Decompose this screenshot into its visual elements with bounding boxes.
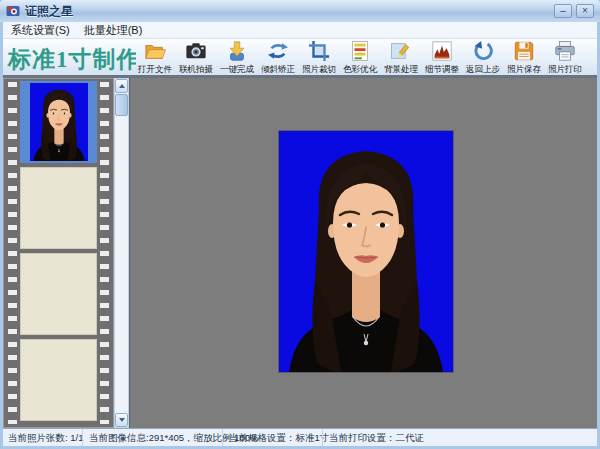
close-button[interactable]: × xyxy=(576,4,594,18)
color-optimize-icon xyxy=(349,40,371,62)
crop-button[interactable]: 照片裁切 xyxy=(300,40,338,76)
save-button[interactable]: 照片保存 xyxy=(505,40,543,76)
filmstrip-empty-frame[interactable] xyxy=(20,253,97,335)
film-sprockets-right xyxy=(100,82,109,424)
color-optimize-button[interactable]: 色彩优化 xyxy=(341,40,379,76)
detail-adjust-icon xyxy=(431,40,453,62)
menu-system-settings[interactable]: 系统设置(S) xyxy=(11,23,70,38)
scroll-down-icon xyxy=(119,418,125,422)
open-file-label: 打开文件 xyxy=(138,63,172,75)
detail-adjust-label: 细节调整 xyxy=(425,63,459,75)
window-title: 证照之星 xyxy=(25,3,73,20)
background-process-button[interactable]: 背景处理 xyxy=(382,40,420,76)
film-sprockets-left xyxy=(8,82,17,424)
filmstrip-empty-frame[interactable] xyxy=(20,167,97,249)
background-process-label: 背景处理 xyxy=(384,63,418,75)
crop-icon xyxy=(308,40,330,62)
scroll-up-button[interactable] xyxy=(115,79,128,93)
status-spec-setting: 当前规格设置：标准1寸 xyxy=(222,429,329,446)
open-file-button[interactable]: 打开文件 xyxy=(136,40,174,76)
undo-label: 返回上步 xyxy=(466,63,500,75)
photo-canvas xyxy=(129,78,597,428)
undo-button[interactable]: 返回上步 xyxy=(464,40,502,76)
toolbar: 标准1寸制作 打开文件 联机拍摄 一键完成 倾斜矫正 照片裁切 xyxy=(3,39,597,78)
filmstrip-panel xyxy=(3,78,114,428)
color-optimize-label: 色彩优化 xyxy=(343,63,377,75)
print-icon xyxy=(554,40,576,62)
status-bar: 当前照片张数: 1/1 当前图像信息:291*405，缩放比例 100% 当前规… xyxy=(3,428,597,446)
camera-capture-button[interactable]: 联机拍摄 xyxy=(177,40,215,76)
print-button[interactable]: 照片打印 xyxy=(546,40,584,76)
one-click-label: 一键完成 xyxy=(220,63,254,75)
main-photo-view[interactable] xyxy=(279,131,453,372)
detail-adjust-button[interactable]: 细节调整 xyxy=(423,40,461,76)
tilt-correct-icon xyxy=(267,40,289,62)
one-click-button[interactable]: 一键完成 xyxy=(218,40,256,76)
scroll-down-button[interactable] xyxy=(115,413,128,427)
menu-bar: 系统设置(S) 批量处理(B) xyxy=(3,22,597,39)
undo-icon xyxy=(472,40,494,62)
photo-thumbnail xyxy=(30,83,88,161)
status-print-setting: 当前打印设置：二代证 xyxy=(322,429,424,446)
camera-icon xyxy=(185,40,207,62)
open-file-icon xyxy=(144,40,166,62)
filmstrip-scrollbar[interactable] xyxy=(114,78,129,428)
save-label: 照片保存 xyxy=(507,63,541,75)
filmstrip-thumbnail-selected[interactable] xyxy=(20,81,97,163)
one-click-icon xyxy=(226,40,248,62)
status-photo-count: 当前照片张数: 1/1 xyxy=(8,429,84,446)
app-icon xyxy=(6,4,20,18)
scroll-up-icon xyxy=(119,84,125,88)
save-icon xyxy=(513,40,535,62)
title-bar: 证照之星 – × xyxy=(0,0,600,22)
scrollbar-thumb[interactable] xyxy=(115,94,128,116)
filmstrip-empty-frame[interactable] xyxy=(20,339,97,421)
crop-label: 照片裁切 xyxy=(302,63,336,75)
page-title: 标准1寸制作 xyxy=(3,39,136,75)
tilt-correct-button[interactable]: 倾斜矫正 xyxy=(259,40,297,76)
background-process-icon xyxy=(390,40,412,62)
minimize-button[interactable]: – xyxy=(554,4,572,18)
print-label: 照片打印 xyxy=(548,63,582,75)
menu-batch-process[interactable]: 批量处理(B) xyxy=(84,23,143,38)
camera-capture-label: 联机拍摄 xyxy=(179,63,213,75)
tilt-correct-label: 倾斜矫正 xyxy=(261,63,295,75)
app-window: 证照之星 – × 系统设置(S) 批量处理(B) 标准1寸制作 打开文件 联机拍… xyxy=(0,0,600,449)
